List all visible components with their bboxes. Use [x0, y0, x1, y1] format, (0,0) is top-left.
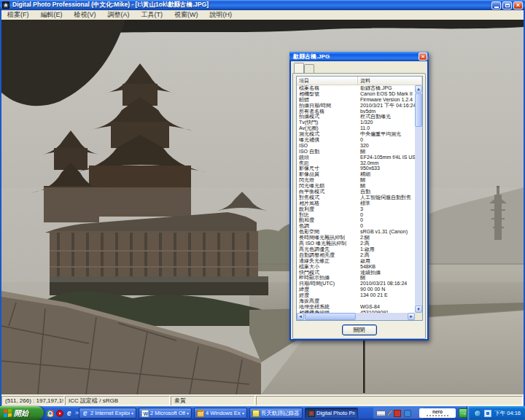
menu-item[interactable]: 說明(H)	[204, 10, 238, 20]
chevron-down-icon[interactable]: ▾	[242, 411, 244, 416]
table-row: 閃光燈 關	[297, 177, 415, 183]
nero-scribble	[427, 415, 448, 416]
table-row: 飽和度 0	[297, 217, 415, 223]
start-label: 開始	[14, 408, 28, 419]
ime-icon[interactable]	[394, 410, 401, 417]
horizontal-scrollbar[interactable]: ◄ ►	[297, 313, 415, 320]
clock: 下午 04:16	[494, 410, 521, 417]
app-icon	[2, 1, 9, 9]
table-row: 曝光補償 0	[297, 137, 415, 143]
windows-flag-icon	[4, 408, 12, 417]
tab[interactable]	[294, 63, 304, 73]
dialog-titlebar: 歙縣古橋.JPG ×	[289, 52, 429, 61]
tab[interactable]	[304, 64, 314, 73]
restore-icon	[505, 4, 510, 7]
restore-button[interactable]	[502, 1, 512, 9]
table-row: 日期/時間(UTC) 2010/03/21 08:16:24	[297, 281, 415, 287]
menu-item[interactable]: 工具(T)	[136, 10, 169, 20]
table-row: 色彩空間 sRGB v1.31 (Canon)	[297, 229, 415, 235]
table-row: 即時顯示拍攝 關	[297, 275, 415, 281]
column-header-data[interactable]: 資料	[358, 77, 422, 85]
close-icon: ×	[516, 2, 520, 9]
status-filler	[256, 396, 523, 405]
vertical-scrollbar[interactable]: ▲ ▼	[415, 85, 422, 313]
menu-item[interactable]: 編輯(E)	[35, 10, 69, 20]
help-icon[interactable]	[404, 410, 411, 417]
table-row: 自動調整相亮度 2:高	[297, 252, 415, 258]
statusbar: (511, 266) : 197,197,195 ICC 設定檔 / sRGB …	[1, 394, 524, 406]
app-client-area: 檔案(F)編輯(E)檢視(V)調整(A)工具(T)視窗(W)說明(H)	[0, 10, 525, 406]
menu-item[interactable]: 檔案(F)	[1, 10, 35, 20]
network-icon[interactable]	[484, 410, 491, 417]
pen-icon[interactable]	[386, 409, 393, 417]
photo-canvas[interactable]	[1, 20, 524, 394]
table-row: 緯度 90 00 00 N	[297, 287, 415, 292]
table-header: 項目 資料	[297, 77, 422, 85]
task-button[interactable]: 長天軌跡記錄器...	[249, 408, 303, 419]
menu-item[interactable]: 調整(A)	[102, 10, 136, 20]
window-title: Digital Photo Professional (中文化:Mike) - …	[12, 1, 491, 9]
task-button[interactable]: 4 Windows Expl... ▾	[194, 408, 247, 419]
chevron-down-icon[interactable]: ▾	[187, 411, 189, 416]
table-row: 對焦模式 人工智能伺服自動對焦	[297, 195, 415, 201]
start-button[interactable]: 開始	[0, 406, 44, 420]
chevron-down-icon[interactable]: ▾	[131, 411, 133, 416]
task-button[interactable]: Digital Photo Profe...	[305, 408, 358, 419]
table-row: 長時間曝光雜訊抑制 2:關	[297, 235, 415, 241]
table-row: 快門模式 連續拍攝	[297, 270, 415, 276]
task-button[interactable]: 2 Internet Explorer ▾	[79, 408, 136, 419]
table-row: 拍攝模式 程式自動曝光	[297, 114, 415, 120]
table-rows: 檔案名稱 歙縣古橋.JPG 相機型號 Canon EOS 5D Mark II …	[297, 85, 415, 313]
table-row: 測光模式 中央偏重平均測光	[297, 131, 415, 137]
taskbar: 開始 » 2 Internet Explorer ▾ 2 Microsoft O…	[0, 406, 525, 420]
table-row: 檔案大小 548KB	[297, 264, 415, 270]
table-row: Av(光圈) 11.0	[297, 125, 415, 131]
desktop: Digital Photo Professional (中文化:Mike) - …	[0, 0, 525, 420]
dialog-body: 項目 資料 檔案名稱 歙縣古橋.JPG 相機型號 Canon EOS 5D Ma…	[291, 61, 427, 341]
table-row: 拍攝日期/時間 2010/3/21 下午 04:16:24	[297, 103, 415, 109]
opera-icon[interactable]	[56, 410, 63, 417]
scroll-left-icon[interactable]: ◄	[297, 313, 304, 320]
dialog-title: 歙縣古橋.JPG	[293, 52, 419, 61]
language-bar	[373, 408, 424, 419]
gps-logger-icon	[252, 410, 260, 417]
dialog-close-icon[interactable]: ×	[419, 52, 427, 61]
table-row: 影像尺寸 950x633	[297, 166, 415, 171]
vertical-scroll-thumb[interactable]	[415, 93, 422, 127]
table-row: 經度 134 00 21 E	[297, 292, 415, 298]
table-row: 影像品質 精細	[297, 171, 415, 177]
table-row: 海拔高度	[297, 298, 415, 304]
scroll-down-icon[interactable]: ▼	[415, 306, 422, 313]
menu-item[interactable]: 檢視(V)	[69, 10, 102, 20]
tab-page: 項目 資料 檔案名稱 歙縣古橋.JPG 相機型號 Canon EOS 5D Ma…	[292, 73, 426, 339]
dialog-close-button[interactable]: 關閉	[342, 324, 377, 335]
table-row: 高光色調優先 1:啟用	[297, 246, 415, 252]
table-row: 相片風格 標準	[297, 201, 415, 206]
table-row: ISO 自動 關	[297, 149, 415, 155]
horizontal-scroll-thumb[interactable]	[305, 313, 356, 320]
ie-icon[interactable]	[66, 410, 73, 417]
task-buttons: 2 Internet Explorer ▾ 2 Microsoft Offic.…	[79, 408, 358, 419]
close-button[interactable]: ×	[513, 1, 523, 9]
minimize-button[interactable]	[491, 1, 501, 9]
table-row: 韌體 Firmware Version 1.2.4	[297, 97, 415, 103]
folder-icon	[197, 410, 204, 417]
menubar: 檔案(F)編輯(E)檢視(V)調整(A)工具(T)視窗(W)說明(H)	[1, 10, 524, 20]
photo-scene	[1, 20, 524, 394]
scroll-up-icon[interactable]: ▲	[415, 85, 422, 93]
exif-dialog: 歙縣古橋.JPG × 項目 資料 檔案名稱 歙縣古橋.JPG	[289, 52, 429, 341]
column-header-item[interactable]: 項目	[297, 77, 358, 85]
menu-item[interactable]: 視窗(W)	[168, 10, 204, 20]
chrome-icon[interactable]	[47, 410, 54, 417]
msn-icon[interactable]	[474, 410, 481, 417]
keyboard-icon[interactable]	[376, 411, 386, 416]
scroll-right-icon[interactable]: ►	[408, 313, 415, 320]
minimize-icon	[494, 7, 499, 8]
dpp-icon	[308, 410, 315, 417]
table-row: 鏡頭 EF24-105mm f/4L IS USM	[297, 155, 415, 160]
nero-toolbar[interactable]: nero	[419, 408, 456, 418]
table-row: 所有者名稱 bv5dm	[297, 109, 415, 114]
task-button[interactable]: 2 Microsoft Offic... ▾	[139, 408, 192, 419]
scrollbar-corner	[415, 313, 422, 320]
dialog-tabs	[294, 63, 314, 73]
